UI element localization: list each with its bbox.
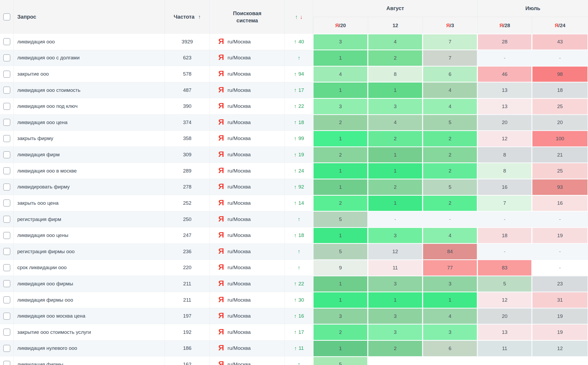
- arrow-up-icon: ↑: [298, 216, 300, 222]
- query-cell[interactable]: ликвидация фирмы: [14, 356, 165, 365]
- change-value: 17: [298, 329, 304, 335]
- date-label: /24: [558, 23, 565, 28]
- frequency-cell: 3929: [165, 34, 210, 50]
- row-checkbox[interactable]: [3, 119, 10, 126]
- yandex-icon: Я: [218, 360, 224, 365]
- table-row: ликвидация ооо в москве289Яru/Москва↑241…: [0, 163, 588, 179]
- position-cell: 1: [313, 227, 368, 244]
- row-checkbox[interactable]: [3, 280, 10, 287]
- query-cell[interactable]: ликвидация ооо с долгами: [14, 50, 165, 66]
- row-checkbox[interactable]: [3, 296, 10, 304]
- query-cell[interactable]: ликвидация ооо под ключ: [14, 98, 165, 114]
- position-cell: 3: [368, 276, 423, 292]
- frequency-cell: 192: [165, 324, 210, 341]
- row-checkbox[interactable]: [3, 38, 10, 45]
- select-all-checkbox[interactable]: [3, 13, 10, 20]
- query-cell[interactable]: ликвидация ооо стоимость: [14, 82, 165, 99]
- query-cell[interactable]: закрытие ооо: [14, 66, 165, 82]
- position-value: 4: [339, 71, 342, 77]
- query-cell[interactable]: регистрация фирм: [14, 211, 165, 228]
- yandex-icon: Я: [218, 86, 224, 95]
- query-cell[interactable]: ликвидация фирмы ооо: [14, 292, 165, 308]
- change-cell: ↑92: [285, 179, 313, 195]
- table-row: закрыть фирму358Яru/Москва↑9912212100: [0, 131, 588, 147]
- row-checkbox[interactable]: [3, 167, 10, 174]
- query-cell[interactable]: ликвидация фирм: [14, 147, 165, 163]
- query-cell[interactable]: ликвидация нулевого ооо: [14, 341, 165, 357]
- date-column-header[interactable]: Я/24: [532, 17, 588, 34]
- row-checkbox[interactable]: [3, 232, 10, 239]
- date-column-header[interactable]: Я/28: [477, 17, 532, 34]
- row-checkbox[interactable]: [3, 361, 10, 365]
- search-engine-cell: Яru/Москва: [210, 211, 285, 228]
- table-row: закрытие ооо578Яru/Москва↑944864698: [0, 66, 588, 82]
- query-cell[interactable]: ликвидация ооо в москве: [14, 163, 165, 179]
- frequency-cell: 247: [165, 227, 210, 244]
- query-cell[interactable]: ликвидация ооо цены: [14, 227, 165, 244]
- row-checkbox[interactable]: [3, 313, 10, 320]
- position-cell: 12: [368, 244, 423, 260]
- position-value: 20: [557, 120, 563, 125]
- column-header-change[interactable]: ↑ ↓: [285, 0, 313, 34]
- date-column-header[interactable]: Я/20: [313, 17, 368, 34]
- position-cell: 2: [368, 131, 423, 147]
- position-cell: 98: [532, 66, 588, 82]
- position-value: 3: [394, 329, 397, 335]
- change-cell: ↑19: [285, 147, 313, 163]
- change-cell: ↑: [285, 50, 313, 66]
- position-cell: 4: [423, 308, 477, 324]
- query-cell[interactable]: закрыть фирму: [14, 131, 165, 147]
- position-cell: 4: [423, 82, 477, 99]
- position-cell: 8: [477, 147, 532, 163]
- row-checkbox[interactable]: [3, 103, 10, 110]
- position-cell: 23: [532, 276, 588, 292]
- position-cell: 19: [532, 324, 588, 341]
- row-checkbox[interactable]: [3, 264, 10, 271]
- row-checkbox[interactable]: [3, 151, 10, 158]
- position-cell: 5: [423, 179, 477, 195]
- column-header-frequency[interactable]: Частота ↑: [165, 0, 210, 34]
- row-checkbox[interactable]: [3, 183, 10, 191]
- row-checkbox[interactable]: [3, 329, 10, 336]
- date-column-header[interactable]: 12: [368, 17, 423, 34]
- query-cell[interactable]: ликвидация ооо: [14, 34, 165, 50]
- month-group-august: Август: [313, 0, 477, 17]
- query-cell[interactable]: закрытие ооо стоимость услуги: [14, 324, 165, 341]
- row-checkbox[interactable]: [3, 135, 10, 142]
- change-cell: ↑: [285, 211, 313, 228]
- position-value: 1: [394, 152, 397, 158]
- query-cell[interactable]: ликвидация ооо фирмы: [14, 276, 165, 292]
- query-cell[interactable]: регистрация фирмы ооо: [14, 244, 165, 260]
- position-cell: 12: [477, 131, 532, 147]
- query-cell[interactable]: ликвидация ооо цена: [14, 114, 165, 131]
- table-row: ликвидация ооо москва цена197Яru/Москва↑…: [0, 308, 588, 324]
- position-value: 98: [557, 71, 563, 77]
- frequency-cell: 162: [165, 356, 210, 365]
- date-column-header[interactable]: Я/3: [423, 17, 477, 34]
- date-label: /28: [503, 23, 510, 28]
- query-cell[interactable]: ликвидация ооо москва цена: [14, 308, 165, 324]
- row-checkbox[interactable]: [3, 345, 10, 352]
- query-cell[interactable]: ликвидировать фирму: [14, 179, 165, 195]
- query-cell[interactable]: срок ликвидации ооо: [14, 260, 165, 276]
- column-header-query[interactable]: Запрос: [14, 0, 165, 34]
- row-checkbox[interactable]: [3, 199, 10, 207]
- position-empty-dash: -: [394, 216, 396, 222]
- position-value: 25: [557, 168, 563, 174]
- yandex-icon: Я: [218, 311, 224, 321]
- row-checkbox[interactable]: [3, 71, 10, 78]
- position-value: 3: [339, 104, 342, 109]
- query-cell[interactable]: закрыть ооо цена: [14, 195, 165, 211]
- engine-region-label: ru/Москва: [228, 216, 251, 222]
- position-value: 1: [339, 55, 342, 61]
- row-checkbox[interactable]: [3, 87, 10, 94]
- yandex-icon: Я: [218, 53, 224, 62]
- row-checkbox[interactable]: [3, 54, 10, 61]
- row-checkbox-cell: [0, 131, 14, 147]
- row-checkbox[interactable]: [3, 216, 10, 223]
- row-checkbox[interactable]: [3, 248, 10, 255]
- position-cell: 7: [423, 34, 477, 50]
- position-cell: 2: [313, 324, 368, 341]
- frequency-cell: 278: [165, 179, 210, 195]
- search-engine-cell: Яru/Москва: [210, 98, 285, 114]
